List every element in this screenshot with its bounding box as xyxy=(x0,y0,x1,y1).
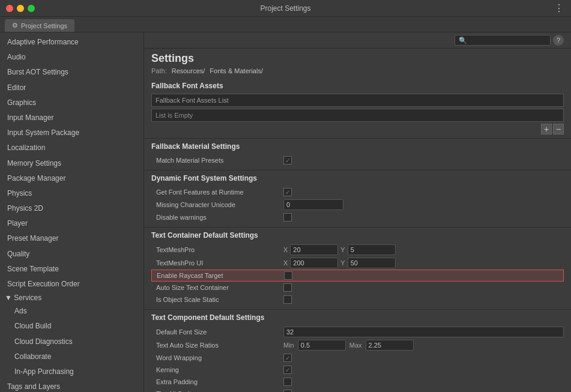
checkbox-extra-padding[interactable] xyxy=(283,378,292,386)
checkbox-get-font-features[interactable] xyxy=(283,188,292,196)
sidebar-item-editor[interactable]: Editor xyxy=(0,80,144,95)
field-value-missing-char-unicode xyxy=(283,199,564,210)
sidebar-item-adaptive-performance[interactable]: Adaptive Performance xyxy=(0,35,144,50)
path-value2: Fonts & Materials/ xyxy=(210,67,263,74)
sidebar-item-collaborate[interactable]: Collaborate xyxy=(0,349,144,364)
add-button[interactable]: + xyxy=(541,124,552,134)
field-row-get-font-features: Get Font Features at Runtime xyxy=(151,186,564,198)
sidebar-item-script-execution-order[interactable]: Script Execution Order xyxy=(0,277,144,292)
field-label-textmeshpro-ui: TextMeshPro UI xyxy=(151,259,283,267)
field-row-kerning: Kerning xyxy=(151,364,564,376)
window-controls[interactable] xyxy=(6,5,35,12)
sidebar-item-package-manager[interactable]: Package Manager xyxy=(0,171,144,186)
sidebar-item-tags-and-layers[interactable]: Tags and Layers xyxy=(0,379,144,392)
sidebar-item-physics[interactable]: Physics xyxy=(0,186,144,201)
sidebar-item-memory-settings[interactable]: Memory Settings xyxy=(0,156,144,171)
sidebar-item-in-app-purchasing[interactable]: In-App Purchasing xyxy=(0,364,144,379)
field-row-auto-size-text-container: Auto Size Text Container xyxy=(151,282,564,294)
field-label-textmeshpro: TextMeshPro xyxy=(151,246,283,253)
field-value-default-font-size xyxy=(283,327,564,337)
sidebar-item-preset-manager[interactable]: Preset Manager xyxy=(0,231,144,246)
search-bar: ? xyxy=(144,32,571,49)
sidebar-item-services-group[interactable]: ▼ Services xyxy=(0,292,144,304)
x-input-textmeshpro[interactable] xyxy=(290,244,338,255)
checkbox-is-object-scale-static[interactable] xyxy=(283,295,292,304)
sidebar-item-physics-2d[interactable]: Physics 2D xyxy=(0,201,144,216)
sidebar-item-quality[interactable]: Quality xyxy=(0,247,144,262)
min-input-text-auto-size-ratios[interactable] xyxy=(298,340,346,351)
field-value-textmeshpro: XY xyxy=(283,244,564,255)
sidebar-item-input-system-package[interactable]: Input System Package xyxy=(0,125,144,140)
field-row-default-font-size: Default Font Size xyxy=(151,325,564,339)
field-value-match-material-presets xyxy=(283,156,564,164)
checkbox-disable-warnings[interactable] xyxy=(283,213,292,222)
section-title-fallback-material-settings: Fallback Material Settings xyxy=(151,142,564,151)
minimize-button[interactable] xyxy=(17,5,24,12)
checkbox-auto-size-text-container[interactable] xyxy=(283,283,292,292)
y-input-textmeshpro[interactable] xyxy=(348,244,396,255)
gear-icon: ⚙ xyxy=(12,22,18,29)
sidebar-item-burst-aot-settings[interactable]: Burst AOT Settings xyxy=(0,65,144,80)
field-label-word-wrapping: Word Wrapping xyxy=(151,354,283,361)
sidebar-item-input-manager[interactable]: Input Manager xyxy=(0,110,144,125)
sidebar-item-player[interactable]: Player xyxy=(0,216,144,231)
sidebar: Adaptive PerformanceAudioBurst AOT Setti… xyxy=(0,32,144,392)
checkbox-tint-all-sprites[interactable] xyxy=(283,390,292,392)
checkbox-kerning[interactable] xyxy=(283,366,292,374)
field-row-text-auto-size-ratios: Text Auto Size RatiosMinMax xyxy=(151,339,564,352)
section-title-fallback-font-assets: Fallback Font Assets xyxy=(151,82,564,90)
minmax-row-text-auto-size-ratios: MinMax xyxy=(283,340,564,351)
y-input-textmeshpro-ui[interactable] xyxy=(348,258,396,268)
field-row-tint-all-sprites: Tint All Sprites xyxy=(151,388,564,392)
sidebar-item-cloud-build[interactable]: Cloud Build xyxy=(0,319,144,334)
fallback-font-assets-list[interactable]: Fallback Font Assets List xyxy=(151,94,564,107)
field-row-match-material-presets: Match Material Presets xyxy=(151,154,564,166)
section-title-text-component-default: Text Component Default Settings xyxy=(151,313,564,322)
max-input-text-auto-size-ratios[interactable] xyxy=(366,340,414,351)
section-title-text-container-default: Text Container Default Settings xyxy=(151,231,564,240)
xy-row-textmeshpro: XY xyxy=(283,244,396,255)
min-label-text-auto-size-ratios: Min xyxy=(283,342,294,349)
tab-label: Project Settings xyxy=(21,22,67,29)
three-dot-menu[interactable]: ⋮ xyxy=(552,2,566,14)
close-button[interactable] xyxy=(6,5,13,12)
path-value1: Resources/ xyxy=(172,67,205,74)
x-input-textmeshpro-ui[interactable] xyxy=(290,258,338,268)
remove-button[interactable]: − xyxy=(553,124,564,134)
field-row-missing-char-unicode: Missing Character Unicode xyxy=(151,198,564,211)
maximize-button[interactable] xyxy=(28,5,35,12)
x-label-textmeshpro: X xyxy=(283,246,288,253)
checkbox-word-wrapping[interactable] xyxy=(283,354,292,362)
section-fallback-material-settings: Fallback Material SettingsMatch Material… xyxy=(144,139,571,170)
sidebar-item-scene-template[interactable]: Scene Template xyxy=(0,262,144,277)
main-panel: ? Settings Path: Resources/ Fonts & Mate… xyxy=(144,32,571,392)
field-row-textmeshpro-ui: TextMeshPro UIXY xyxy=(151,256,564,270)
checkbox-match-material-presets[interactable] xyxy=(283,156,292,164)
sidebar-item-graphics[interactable]: Graphics xyxy=(0,95,144,110)
input-missing-char-unicode[interactable] xyxy=(283,199,343,210)
section-title-dynamic-font-system-settings: Dynamic Font System Settings xyxy=(151,174,564,182)
search-input[interactable] xyxy=(455,35,551,46)
checkbox-enable-raycast-target[interactable] xyxy=(284,271,292,280)
y-label-textmeshpro-ui: Y xyxy=(340,259,345,267)
y-label-textmeshpro: Y xyxy=(340,246,345,253)
field-value-kerning xyxy=(283,366,564,374)
section-text-component-default: Text Component Default SettingsDefault F… xyxy=(144,310,571,392)
field-label-match-material-presets: Match Material Presets xyxy=(151,157,283,164)
full-width-input-default-font-size[interactable] xyxy=(283,327,564,337)
panel-scroll: Settings Path: Resources/ Fonts & Materi… xyxy=(144,49,571,392)
field-row-enable-raycast-target: Enable Raycast Target xyxy=(151,270,564,282)
sidebar-item-cloud-diagnostics[interactable]: Cloud Diagnostics xyxy=(0,334,144,349)
field-row-textmeshpro: TextMeshProXY xyxy=(151,243,564,256)
max-label-text-auto-size-ratios: Max xyxy=(349,342,362,349)
field-label-kerning: Kerning xyxy=(151,366,283,373)
field-value-get-font-features xyxy=(283,188,564,196)
field-value-enable-raycast-target xyxy=(284,271,563,280)
project-settings-tab[interactable]: ⚙ Project Settings xyxy=(5,19,74,32)
x-label-textmeshpro-ui: X xyxy=(283,259,288,267)
sidebar-item-localization[interactable]: Localization xyxy=(0,140,144,155)
field-value-is-object-scale-static xyxy=(283,295,564,304)
help-button[interactable]: ? xyxy=(553,35,564,46)
sidebar-item-audio[interactable]: Audio xyxy=(0,50,144,65)
sidebar-item-ads[interactable]: Ads xyxy=(0,304,144,319)
